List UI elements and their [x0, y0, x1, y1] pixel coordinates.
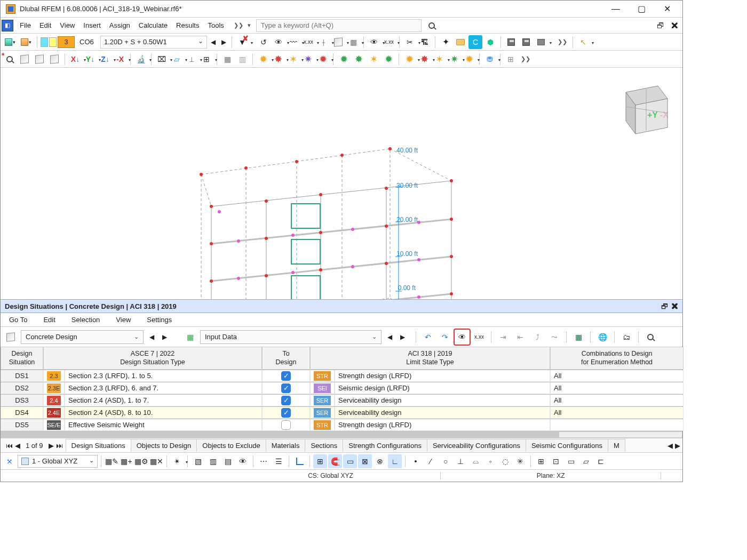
panel-menu-view[interactable]: View: [112, 314, 135, 326]
microscope-icon[interactable]: 🔬▾: [134, 52, 148, 66]
front-view-icon[interactable]: [33, 52, 46, 66]
osnap-mid-icon[interactable]: ⁄: [424, 454, 438, 468]
filter-icon[interactable]: ▼✘▾: [235, 35, 249, 49]
osnap-near-icon[interactable]: ◦: [483, 454, 497, 468]
coord-system-select[interactable]: 1 - Global XYZ: [18, 455, 98, 468]
tab-materials[interactable]: Materials: [266, 439, 306, 452]
panel-transfer-icon[interactable]: ⤳: [547, 330, 562, 345]
color-swatch-2[interactable]: [49, 37, 57, 47]
osnap-perp-icon[interactable]: ⊥: [454, 454, 467, 468]
pager-prev[interactable]: ◀: [15, 442, 20, 450]
panel-dock-icon[interactable]: 🗗: [661, 302, 668, 310]
loadcase-number[interactable]: 3: [58, 36, 75, 48]
cell-combo[interactable]: All: [550, 370, 684, 382]
tb1-overflow[interactable]: ❯❯: [555, 38, 569, 45]
spark-icon[interactable]: ✴▾: [170, 454, 184, 468]
load-star-8[interactable]: ✶: [367, 52, 380, 66]
tab-design-situations[interactable]: Design Situations: [66, 439, 131, 452]
bt-ic-1[interactable]: ▧: [191, 454, 205, 468]
grid-toggle-1[interactable]: ⊞: [534, 454, 548, 468]
cell-combo[interactable]: All: [550, 382, 684, 394]
pager-first[interactable]: ⏮: [6, 442, 13, 450]
model-viewport[interactable]: 40.00 ft 30.00 ft 20.00 ft 10.00 ft 0.00…: [1, 68, 682, 299]
panel-close-icon[interactable]: 🗙: [671, 302, 678, 310]
tabs-scroll-right[interactable]: ▶: [675, 442, 680, 450]
osnap-tan-icon[interactable]: ⌓: [468, 454, 482, 468]
load-star-2[interactable]: ✸▾: [271, 52, 285, 66]
cell-to-design[interactable]: ✓: [262, 395, 310, 406]
search-go-icon[interactable]: [425, 19, 439, 33]
bt-ic-3[interactable]: ▤: [221, 454, 235, 468]
load-star-12[interactable]: ✶▾: [432, 52, 446, 66]
load-star-7[interactable]: ✸: [352, 52, 365, 66]
axis-z-icon[interactable]: Z↓▾: [98, 52, 112, 66]
load-star-10[interactable]: ✹▾: [402, 52, 416, 66]
input-data-next[interactable]: ▶: [398, 331, 407, 343]
keyword-search-input[interactable]: [260, 21, 418, 30]
iso-view-icon[interactable]: [18, 52, 31, 66]
load-star-9[interactable]: ✹: [382, 52, 395, 66]
load-star-5[interactable]: ✹▾: [316, 52, 330, 66]
load-star-6[interactable]: ✹: [337, 52, 351, 66]
cell-to-design[interactable]: ✓: [262, 407, 310, 419]
grid-settings-icon[interactable]: ▦⚙: [134, 454, 148, 468]
surface-view-icon[interactable]: ▱▾: [170, 52, 184, 66]
ic-values[interactable]: x.xx▾: [301, 35, 315, 49]
load-star-3[interactable]: ✶▾: [286, 52, 300, 66]
menu-dropdown-icon[interactable]: ▾: [245, 22, 253, 29]
grid-toggle-2[interactable]: ⊡: [549, 454, 563, 468]
ucs-icon[interactable]: ⤧▾: [3, 454, 17, 468]
bt-ic-6[interactable]: ☰: [272, 454, 285, 468]
cell-combo[interactable]: [550, 419, 684, 431]
osnap-int-icon[interactable]: ○: [439, 454, 452, 468]
menu-results[interactable]: Results: [172, 19, 203, 31]
osnap-end-icon[interactable]: •: [409, 454, 423, 468]
navigation-cube[interactable]: +Y -X: [610, 76, 674, 140]
menu-edit[interactable]: Edit: [35, 19, 55, 31]
cell-desc[interactable]: Section 2.4 (ASD), 8. to 10.: [65, 407, 262, 419]
input-data-prev[interactable]: ◀: [385, 331, 394, 343]
snap-rect-icon[interactable]: ▭: [343, 454, 357, 468]
cell-limit-text[interactable]: Strength design (LRFD): [335, 370, 550, 382]
panel-menu-settings[interactable]: Settings: [142, 314, 176, 326]
support-view-icon[interactable]: ⟂▾: [185, 52, 198, 66]
grid-toggle-5[interactable]: ⊏: [594, 454, 608, 468]
panel-eye-icon[interactable]: 👁: [455, 330, 470, 345]
bt-ic-7[interactable]: [292, 454, 306, 468]
tab-seismic-configurations[interactable]: Seismic Configurations: [526, 439, 608, 452]
osnap-node-icon[interactable]: ✳: [513, 454, 527, 468]
cell-to-design[interactable]: ✓: [262, 370, 310, 382]
panel-copy-icon[interactable]: ⇥: [496, 330, 511, 345]
table-row[interactable]: DS32.4Section 2.4 (ASD), 1. to 7.✓SERSer…: [1, 395, 682, 407]
ic-values2[interactable]: x.xx▾: [382, 35, 396, 49]
table-row[interactable]: DS5SE/EEffective Seismic WeightSTRStreng…: [1, 419, 682, 431]
tab-objects-to-exclude[interactable]: Objects to Exclude: [196, 439, 266, 452]
new-model-icon[interactable]: ✦: [439, 35, 452, 49]
load-star-11[interactable]: ✸▾: [417, 52, 431, 66]
table-row[interactable]: DS22.3ESection 2.3 (LRFD), 6. and 7.✓SEI…: [1, 382, 682, 395]
tabs-scroll-left[interactable]: ◀: [667, 442, 673, 450]
zoom-window-icon[interactable]: *: [3, 52, 17, 66]
panel-redo-icon[interactable]: ↷: [438, 330, 452, 345]
grid-dup-icon[interactable]: ▦+: [120, 454, 133, 468]
menu-overflow-chevron[interactable]: ❯❯: [232, 22, 245, 29]
panel-paste-icon[interactable]: ⤴: [530, 330, 545, 345]
snap-magnet-icon[interactable]: 🧲: [328, 454, 342, 468]
hinge-view-icon[interactable]: ⊞▾: [200, 52, 213, 66]
cell-to-design[interactable]: [262, 419, 310, 431]
color-swatch-1[interactable]: [41, 37, 48, 47]
open-icon[interactable]: [454, 35, 467, 49]
mesh-icon-2[interactable]: ▥: [235, 52, 249, 66]
cell-limit-text[interactable]: Serviceability design: [335, 395, 550, 406]
minimize-button[interactable]: —: [607, 2, 625, 16]
panel-values-icon[interactable]: x.xx: [472, 330, 487, 345]
load-star-14[interactable]: ✹▾: [462, 52, 476, 66]
panel-undo-icon[interactable]: ↶: [420, 330, 435, 345]
grid-del-icon[interactable]: ▦✕: [149, 454, 163, 468]
maximize-button[interactable]: ▢: [632, 2, 650, 16]
panel-menu-edit[interactable]: Edit: [39, 314, 59, 326]
tab-m[interactable]: M: [608, 439, 625, 452]
cloud-icon[interactable]: C: [468, 35, 482, 49]
ic-layers[interactable]: 🏗: [418, 35, 432, 49]
axis-neg-x-icon[interactable]: -X▾: [113, 52, 127, 66]
